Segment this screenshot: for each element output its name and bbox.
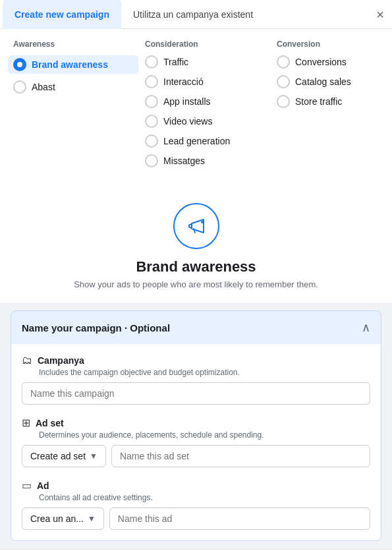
naming-section: Name your campaign · Optional ∧ 🗂 Campan… [11, 310, 381, 541]
conversion-column: Conversion Conversions Catalog sales Sto… [277, 40, 389, 174]
preview-title: Brand awareness [136, 258, 256, 276]
create-ad-dropdown[interactable]: Crea un an... ▼ [22, 508, 104, 530]
ad-name-input[interactable] [109, 508, 370, 530]
create-adset-dropdown[interactable]: Create ad set ▼ [22, 445, 106, 467]
svg-point-0 [201, 221, 204, 223]
interaccio-label: Interacció [163, 76, 204, 87]
objective-missatges[interactable]: Missatges [145, 154, 270, 167]
adset-row-title: Ad set [36, 418, 64, 428]
folder-icon: 🗂 [22, 355, 32, 366]
consideration-header: Consideration [145, 40, 270, 49]
radio-lead-generation [145, 134, 158, 148]
tab-existing-campaign[interactable]: Utilitza un campanya existent [121, 0, 265, 29]
adset-row-desc: Determines your audience, placements, sc… [39, 430, 370, 440]
create-adset-label: Create ad set [30, 451, 86, 461]
campaign-name-input[interactable] [22, 382, 370, 405]
awareness-column: Awareness Brand awareness Abast [13, 40, 145, 174]
modal-header: Create new campaign Utilitza un campanya… [0, 0, 392, 29]
preview-description: Show your ads to people who are most lik… [74, 279, 318, 289]
ad-dropdown-chevron-icon: ▼ [88, 514, 96, 523]
objectives-section: Awareness Brand awareness Abast Consider… [0, 29, 392, 187]
naming-section-title: Name your campaign · Optional [22, 322, 170, 334]
tab-create-campaign[interactable]: Create new campaign [3, 0, 121, 29]
objective-app-installs[interactable]: App installs [145, 95, 270, 108]
adset-name-input[interactable] [111, 445, 370, 467]
objectives-grid: Awareness Brand awareness Abast Consider… [13, 40, 379, 174]
missatges-label: Missatges [163, 156, 205, 166]
radio-video-views [145, 115, 158, 128]
ad-row: ▭ Ad Contains all ad creative settings. … [22, 479, 370, 530]
abast-label: Abast [32, 82, 55, 92]
consideration-column: Consideration Traffic Interacció App ins… [145, 40, 277, 174]
radio-missatges [145, 154, 158, 167]
preview-icon [173, 203, 219, 249]
video-views-label: Video views [163, 116, 212, 127]
close-button[interactable]: × [376, 8, 384, 21]
objective-traffic[interactable]: Traffic [145, 55, 270, 69]
radio-brand-awareness [13, 58, 26, 71]
create-ad-label: Crea un an... [30, 513, 84, 524]
ad-row-title: Ad [37, 480, 49, 491]
awareness-header: Awareness [13, 40, 138, 49]
chevron-up-icon: ∧ [362, 320, 370, 335]
objective-interaccio[interactable]: Interacció [145, 75, 270, 88]
objective-lead-generation[interactable]: Lead generation [145, 134, 270, 148]
adset-dropdown-chevron-icon: ▼ [90, 451, 98, 461]
adset-input-row: Create ad set ▼ [22, 445, 370, 467]
ad-row-desc: Contains all ad creative settings. [39, 493, 370, 502]
campaign-input-row [22, 382, 370, 405]
campaign-row: 🗂 Campanya Includes the campaign objecti… [22, 355, 370, 405]
radio-store-traffic [277, 95, 290, 108]
radio-app-installs [145, 95, 158, 108]
radio-catalog-sales [277, 75, 290, 88]
conversions-label: Conversions [295, 57, 347, 67]
campaign-row-header: 🗂 Campanya [22, 355, 370, 366]
preview-section: Brand awareness Show your ads to people … [0, 187, 392, 303]
radio-abast [13, 80, 26, 94]
ad-icon: ▭ [22, 479, 32, 492]
naming-section-header[interactable]: Name your campaign · Optional ∧ [11, 311, 381, 344]
adset-icon: ⊞ [22, 417, 30, 429]
objective-store-traffic[interactable]: Store traffic [277, 95, 382, 108]
campaign-row-title: Campanya [38, 355, 84, 366]
naming-section-body: 🗂 Campanya Includes the campaign objecti… [11, 344, 381, 540]
objective-video-views[interactable]: Video views [145, 115, 270, 128]
catalog-sales-label: Catalog sales [295, 76, 351, 87]
adset-row-header: ⊞ Ad set [22, 417, 370, 429]
objective-catalog-sales[interactable]: Catalog sales [277, 75, 382, 88]
radio-traffic [145, 55, 158, 69]
objective-abast[interactable]: Abast [13, 80, 138, 94]
campaign-row-desc: Includes the campaign objective and budg… [39, 368, 370, 377]
store-traffic-label: Store traffic [295, 96, 342, 107]
radio-conversions [277, 55, 290, 69]
conversion-header: Conversion [277, 40, 382, 49]
lead-generation-label: Lead generation [163, 136, 230, 146]
brand-awareness-label: Brand awareness [32, 59, 108, 70]
radio-inner [17, 62, 22, 67]
app-installs-label: App installs [163, 96, 211, 107]
objective-conversions[interactable]: Conversions [277, 55, 382, 69]
radio-interaccio [145, 75, 158, 88]
objective-brand-awareness[interactable]: Brand awareness [8, 55, 138, 74]
ad-row-header: ▭ Ad [22, 479, 370, 492]
ad-input-row: Crea un an... ▼ [22, 508, 370, 530]
traffic-label: Traffic [163, 57, 188, 67]
adset-row: ⊞ Ad set Determines your audience, place… [22, 417, 370, 467]
